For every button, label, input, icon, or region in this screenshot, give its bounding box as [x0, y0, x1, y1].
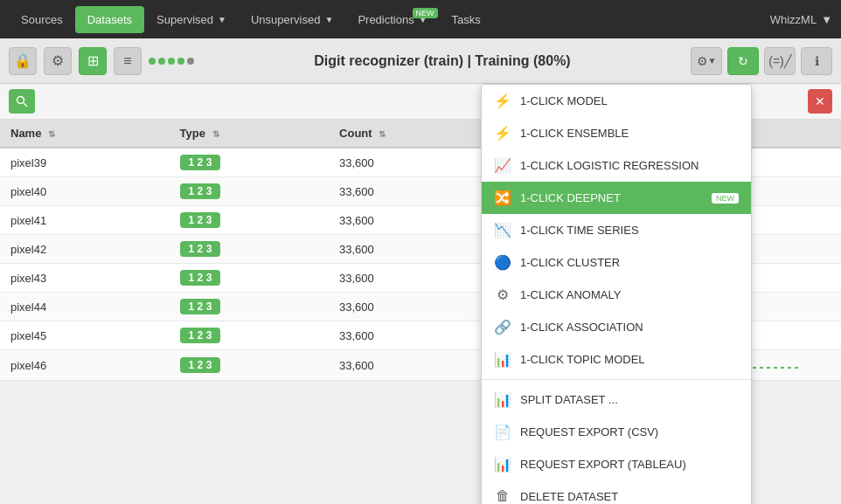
cell-count: 33,600 — [329, 206, 503, 235]
dot-5 — [187, 58, 194, 65]
cell-type: 1 2 3 — [170, 293, 329, 321]
cell-type: 1 2 3 — [170, 177, 329, 206]
cell-count: 33,600 — [329, 264, 503, 293]
action-dropdown: ⚡ 1-CLICK MODEL ⚡ 1-CLICK ENSEMBLE 📈 1-C… — [481, 84, 752, 504]
dropdown-item-1click-ensemble[interactable]: ⚡ 1-CLICK ENSEMBLE — [482, 117, 751, 149]
dropdown-icon-1click-topic: 📊 — [494, 351, 511, 368]
dropdown-label-1click-timeseries: 1-CLICK TIME SERIES — [520, 224, 639, 237]
dropdown-label-delete-dataset: DELETE DATASET — [520, 490, 618, 503]
cell-name: pixel44 — [0, 293, 170, 321]
dropdown-label-1click-topic: 1-CLICK TOPIC MODEL — [520, 353, 645, 366]
col-type[interactable]: Type ⇅ — [170, 120, 329, 148]
dropdown-item-1click-model[interactable]: ⚡ 1-CLICK MODEL — [482, 85, 751, 117]
dropdown-icon-export-tableau: 📊 — [494, 456, 511, 473]
dropdown-label-1click-deepnet: 1-CLICK DEEPNET — [520, 191, 621, 204]
nav-user-arrow: ▼ — [821, 13, 832, 26]
info-button[interactable]: ℹ — [801, 47, 832, 75]
dropdown-item-export-csv[interactable]: 📄 REQUEST EXPORT (CSV) — [482, 416, 751, 448]
nav-user-label: WhizzML — [770, 13, 817, 26]
nav-datasets-label: Datasets — [87, 13, 132, 26]
toolbar-actions: ⚙ ▼ ↻ (=)╱ ℹ — [691, 47, 832, 75]
nav-predictions[interactable]: Predictions ▼ NEW — [345, 6, 439, 33]
close-search-button[interactable]: ✕ — [808, 89, 832, 114]
cell-type: 1 2 3 — [170, 235, 329, 264]
dropdown-label-1click-ensemble: 1-CLICK ENSEMBLE — [520, 127, 629, 140]
dropdown-divider — [482, 379, 751, 380]
nav-tasks-label: Tasks — [452, 13, 481, 26]
cell-count: 33,600 — [329, 350, 503, 381]
dropdown-label-split-dataset: SPLIT DATASET ... — [520, 393, 618, 406]
dropdown-label-1click-model: 1-CLICK MODEL — [520, 94, 608, 107]
dropdown-new-badge-1click-deepnet: NEW — [712, 193, 739, 204]
unsupervised-arrow: ▼ — [324, 15, 333, 24]
nav-datasets[interactable]: Datasets — [75, 6, 144, 33]
col-count[interactable]: Count ⇅ — [329, 120, 503, 148]
field-icon[interactable]: ⚙ — [44, 47, 72, 75]
svg-line-1 — [24, 103, 27, 107]
cell-name: pixel46 — [0, 350, 170, 381]
dot-1 — [149, 58, 156, 65]
nav-unsupervised[interactable]: Unsupervised ▼ — [239, 6, 345, 33]
dropdown-label-1click-association: 1-CLICK ASSOCIATION — [520, 321, 643, 334]
cell-name: pixel42 — [0, 235, 170, 264]
dropdown-icon-1click-anomaly: ⚙ — [494, 287, 511, 303]
nav-tasks[interactable]: Tasks — [440, 6, 493, 33]
dataset-toolbar: 🔒 ⚙ ⊞ ≡ Digit recognizer (train) | Train… — [0, 38, 841, 84]
nav-sources[interactable]: Sources — [9, 6, 75, 33]
dropdown-icon-1click-ensemble: ⚡ — [494, 125, 511, 142]
dropdown-icon-split-dataset: 📊 — [494, 391, 511, 408]
dot-4 — [177, 58, 184, 65]
col-name[interactable]: Name ⇅ — [0, 120, 170, 148]
nav-unsupervised-label: Unsupervised — [251, 13, 321, 26]
dropdown-icon-delete-dataset: 🗑 — [494, 488, 511, 504]
cell-count: 33,600 — [329, 148, 503, 177]
dropdown-icon-1click-deepnet: 🔀 — [494, 190, 511, 206]
nav-sources-label: Sources — [21, 13, 63, 26]
dropdown-item-1click-timeseries[interactable]: 📉 1-CLICK TIME SERIES — [482, 214, 751, 246]
dropdown-icon-export-csv: 📄 — [494, 424, 511, 440]
dropdown-item-1click-anomaly[interactable]: ⚙ 1-CLICK ANOMALY — [482, 279, 751, 311]
settings-button[interactable]: ⚙ ▼ — [691, 47, 722, 75]
dropdown-item-1click-cluster[interactable]: 🔵 1-CLICK CLUSTER — [482, 246, 751, 279]
lock-icon[interactable]: 🔒 — [9, 47, 37, 75]
dropdown-item-export-tableau[interactable]: 📊 REQUEST EXPORT (TABLEAU) — [482, 448, 751, 480]
cell-name: pixel41 — [0, 206, 170, 235]
cell-type: 1 2 3 — [170, 350, 329, 381]
split-icon[interactable]: ⊞ — [79, 47, 107, 75]
cell-type: 1 2 3 — [170, 264, 329, 293]
dataset-title: Digit recognizer (train) | Training (80%… — [201, 53, 684, 69]
dropdown-icon-1click-model: ⚡ — [494, 93, 511, 109]
nav-supervised-label: Supervised — [156, 13, 213, 26]
cell-type: 1 2 3 — [170, 148, 329, 177]
dropdown-item-1click-deepnet[interactable]: 🔀 1-CLICK DEEPNET NEW — [482, 182, 751, 214]
cell-count: 33,600 — [329, 321, 503, 350]
cell-name: pixel43 — [0, 264, 170, 293]
cell-count: 33,600 — [329, 235, 503, 264]
svg-point-0 — [17, 97, 24, 104]
dropdown-item-split-dataset[interactable]: 📊 SPLIT DATASET ... — [482, 383, 751, 416]
nav-user[interactable]: WhizzML ▼ — [770, 13, 832, 26]
cell-count: 33,600 — [329, 293, 503, 321]
cell-name: pixel45 — [0, 321, 170, 350]
script-button[interactable]: (=)╱ — [764, 47, 796, 75]
dropdown-label-1click-cluster: 1-CLICK CLUSTER — [520, 256, 620, 269]
cell-type: 1 2 3 — [170, 206, 329, 235]
dropdown-item-1click-topic[interactable]: 📊 1-CLICK TOPIC MODEL — [482, 343, 751, 376]
refresh-button[interactable]: ↻ — [727, 47, 759, 75]
dropdown-label-export-tableau: REQUEST EXPORT (TABLEAU) — [520, 458, 686, 471]
predictions-new-badge: NEW — [413, 8, 438, 18]
dropdown-icon-1click-logistic: 📈 — [494, 157, 511, 174]
dot-2 — [158, 58, 165, 65]
dropdown-icon-1click-cluster: 🔵 — [494, 254, 511, 271]
config-icon[interactable]: ≡ — [114, 47, 142, 75]
nav-supervised[interactable]: Supervised ▼ — [144, 6, 239, 33]
search-icon — [16, 95, 28, 107]
dropdown-item-1click-logistic[interactable]: 📈 1-CLICK LOGISTIC REGRESSION — [482, 149, 751, 182]
dropdown-label-1click-logistic: 1-CLICK LOGISTIC REGRESSION — [520, 159, 699, 172]
nav-predictions-label: Predictions — [358, 13, 414, 26]
search-button[interactable] — [9, 89, 35, 114]
cell-type: 1 2 3 — [170, 321, 329, 350]
top-navigation: Sources Datasets Supervised ▼ Unsupervis… — [0, 0, 841, 38]
dropdown-item-delete-dataset[interactable]: 🗑 DELETE DATASET — [482, 480, 751, 504]
dropdown-item-1click-association[interactable]: 🔗 1-CLICK ASSOCIATION — [482, 311, 751, 343]
